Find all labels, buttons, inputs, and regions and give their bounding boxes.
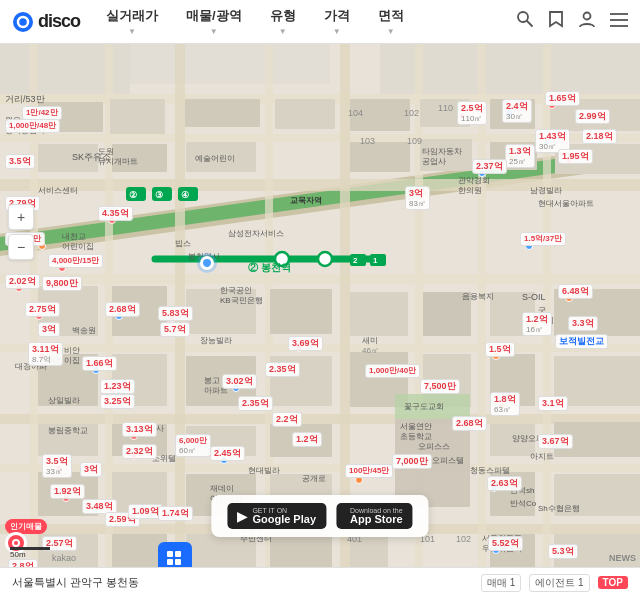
price-tag[interactable]: 6.48억 — [558, 284, 593, 299]
price-tag[interactable]: 3.11억8.7억 — [28, 342, 63, 366]
svg-rect-112 — [175, 559, 181, 565]
price-tag[interactable]: 1.23억 — [100, 379, 135, 394]
tab-type[interactable]: 유형 ▼ — [256, 0, 310, 43]
header-icons — [504, 10, 640, 33]
bookmark-icon[interactable] — [548, 10, 564, 33]
place-label: 현대서울아파트 — [538, 199, 594, 209]
nav-tabs: 실거래가 ▼ 매물/광역 ▼ 유형 ▼ 가격 ▼ 면적 ▼ — [92, 0, 504, 43]
place-label: 오피스텔 — [432, 456, 464, 466]
svg-text:109: 109 — [407, 136, 422, 146]
price-tag[interactable]: 3.69억 — [288, 336, 323, 351]
price-tag[interactable]: 7,000만 — [392, 454, 432, 469]
place-label: 오피스스 — [418, 442, 450, 452]
price-tag[interactable]: 2.63억 — [487, 476, 522, 491]
price-tag[interactable]: 3.3억 — [568, 316, 598, 331]
price-tag[interactable]: 3억83㎡ — [405, 186, 430, 210]
price-tag[interactable]: 1,000만/40만 — [365, 364, 420, 378]
price-tag[interactable]: 1.5억 — [485, 342, 515, 357]
location-dot — [200, 256, 214, 270]
price-tag[interactable]: 2.8억 — [8, 559, 38, 567]
price-tag[interactable]: 1.95억 — [558, 149, 593, 164]
price-tag[interactable]: 2.35억 — [238, 396, 273, 411]
price-tag[interactable]: 1만/42만 — [22, 106, 62, 120]
place-label: 아지트 — [530, 452, 554, 462]
price-tag[interactable]: 1.5억/37만 — [520, 232, 566, 246]
google-play-button[interactable]: ▶ GET IT ON Google Play — [227, 503, 326, 529]
price-tag[interactable]: 3.13억 — [122, 422, 157, 437]
top-badge[interactable]: TOP — [598, 576, 628, 589]
svg-text:③: ③ — [155, 190, 163, 200]
price-tag[interactable]: 3.02억 — [222, 374, 257, 389]
price-tag[interactable]: 3.25억 — [100, 394, 135, 409]
price-tag[interactable]: 3.5억33㎡ — [42, 454, 72, 478]
price-tag[interactable]: 100만/45만 — [345, 464, 393, 478]
svg-text:②: ② — [129, 190, 137, 200]
price-tag[interactable]: 7,500만 — [420, 379, 460, 394]
price-tag[interactable]: 3억 — [80, 462, 102, 477]
price-tag[interactable]: 2.32억 — [122, 444, 157, 459]
price-tag[interactable]: 2.02억 — [5, 274, 40, 289]
price-tag[interactable]: 2.5억110㎡ — [457, 101, 487, 125]
svg-text:2: 2 — [353, 256, 358, 265]
price-tag[interactable]: 2.4억30㎡ — [502, 99, 532, 123]
price-tag[interactable]: 5.3억 — [548, 544, 578, 559]
place-label: 공개로 — [302, 474, 326, 484]
price-tag[interactable]: 2.18억 — [582, 129, 617, 144]
svg-text:110: 110 — [438, 103, 453, 113]
bottom-bar-right: 매매 1 에이전트 1 TOP — [481, 574, 628, 592]
svg-text:103: 103 — [360, 136, 375, 146]
svg-rect-34 — [275, 99, 335, 129]
price-tag[interactable]: 1.92억 — [50, 484, 85, 499]
price-tag[interactable]: 4.35억 — [98, 206, 133, 221]
price-tag[interactable]: 9,800만 — [42, 276, 82, 291]
logo[interactable]: disco — [0, 11, 92, 33]
price-tag[interactable]: 2.75억 — [25, 302, 60, 317]
map[interactable]: 104 102 103 109 110 401 101 102 ② ③ ④ 2 … — [0, 44, 640, 567]
price-tag[interactable]: 5.83억 — [158, 306, 193, 321]
price-tag[interactable]: 1.65억 — [545, 91, 580, 106]
price-tag[interactable]: 3.1억 — [538, 396, 568, 411]
svg-text:104: 104 — [348, 108, 363, 118]
price-tag[interactable]: 1.66억 — [82, 356, 117, 371]
svg-line-3 — [527, 21, 532, 26]
grid-view-button[interactable] — [158, 542, 192, 567]
price-tag[interactable]: 6,000만60㎡ — [175, 434, 211, 457]
svg-rect-10 — [130, 44, 330, 84]
tab-sale-price[interactable]: 실거래가 ▼ — [92, 0, 172, 43]
price-tag[interactable]: 3.5억 — [5, 154, 35, 169]
price-tag[interactable]: 1.3억25㎡ — [505, 144, 535, 168]
price-tag[interactable]: 2.68억 — [105, 302, 140, 317]
price-tag[interactable]: 4,000만/15만 — [48, 254, 103, 268]
price-tag[interactable]: 1,000만/48만 — [5, 119, 60, 133]
price-tag[interactable]: 2.99억 — [575, 109, 610, 124]
zoom-in-button[interactable]: + — [8, 204, 34, 230]
svg-rect-111 — [167, 559, 173, 565]
place-label: 서비스센터 — [38, 186, 78, 196]
price-tag[interactable]: 1.74억 — [158, 506, 193, 521]
price-tag[interactable]: 1.2억16㎡ — [522, 312, 552, 336]
tab-price[interactable]: 가격 ▼ — [310, 0, 364, 43]
user-icon[interactable] — [578, 10, 596, 33]
place-label: 관악경회한의원 — [458, 176, 490, 195]
price-tag[interactable]: 2.35억 — [265, 362, 300, 377]
price-tag-blue[interactable]: 보적빌전교 — [555, 334, 608, 349]
price-tag[interactable]: 3억 — [38, 322, 60, 337]
price-tag[interactable]: 2.68억 — [452, 416, 487, 431]
place-label: 삼성전자서비스 — [228, 229, 284, 239]
svg-text:1: 1 — [373, 256, 378, 265]
price-tag[interactable]: 2.2억 — [272, 412, 302, 427]
price-tag[interactable]: 2.37억 — [472, 159, 507, 174]
price-tag[interactable]: 1.2억 — [292, 432, 322, 447]
tab-area[interactable]: 면적 ▼ — [364, 0, 418, 43]
tab-lease[interactable]: 매물/광역 ▼ — [172, 0, 256, 43]
price-tag[interactable]: 5.7억 — [160, 322, 190, 337]
price-tag[interactable]: 2.45억 — [210, 446, 245, 461]
price-tag[interactable]: 5.52억 — [488, 536, 523, 551]
app-store-button[interactable]: Download on the App Store — [336, 503, 413, 529]
svg-rect-53 — [350, 292, 408, 336]
price-tag[interactable]: 1.8억63㎡ — [490, 392, 520, 416]
menu-icon[interactable] — [610, 11, 628, 32]
zoom-out-button[interactable]: − — [8, 234, 34, 260]
search-icon[interactable] — [516, 10, 534, 33]
price-tag[interactable]: 3.67억 — [538, 434, 573, 449]
